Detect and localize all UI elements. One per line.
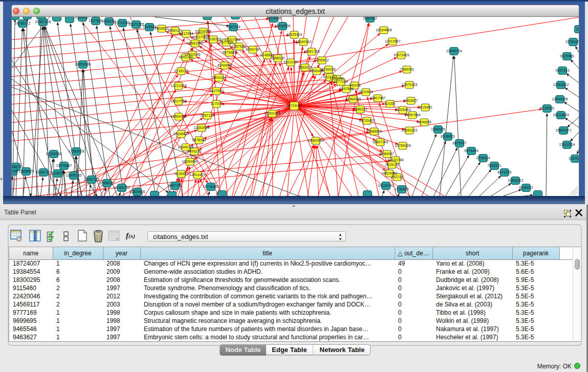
svg-text:252214: 252214 bbox=[391, 175, 403, 179]
svg-text:12342737: 12342737 bbox=[35, 170, 51, 174]
svg-text:9115460: 9115460 bbox=[419, 105, 432, 109]
svg-text:19166827: 19166827 bbox=[173, 132, 189, 136]
svg-text:9474444: 9474444 bbox=[464, 149, 478, 152]
svg-text:9084067: 9084067 bbox=[380, 152, 394, 156]
svg-text:17207546: 17207546 bbox=[224, 38, 240, 41]
svg-text:19218506: 19218506 bbox=[274, 24, 290, 28]
svg-text:19975887: 19975887 bbox=[56, 164, 72, 167]
svg-text:5878342: 5878342 bbox=[192, 138, 206, 142]
svg-text:12213967: 12213967 bbox=[384, 39, 400, 43]
svg-text:6497568: 6497568 bbox=[339, 87, 353, 91]
svg-text:8215955: 8215955 bbox=[540, 106, 554, 110]
svg-text:7625402: 7625402 bbox=[174, 172, 188, 176]
svg-text:9227343: 9227343 bbox=[555, 69, 569, 72]
svg-text:99155: 99155 bbox=[12, 169, 18, 173]
svg-text:53226058: 53226058 bbox=[195, 30, 211, 33]
svg-text:7632621: 7632621 bbox=[487, 164, 501, 167]
svg-text:1733426: 1733426 bbox=[395, 187, 408, 191]
svg-text:2367608: 2367608 bbox=[232, 45, 246, 48]
svg-text:8938923: 8938923 bbox=[441, 135, 454, 138]
svg-text:16543362: 16543362 bbox=[187, 41, 203, 45]
svg-text:10654112: 10654112 bbox=[508, 179, 524, 182]
svg-text:8912954: 8912954 bbox=[179, 32, 193, 35]
svg-text:28053346: 28053346 bbox=[75, 62, 91, 66]
svg-text:7485003: 7485003 bbox=[400, 68, 413, 71]
svg-text:19384554: 19384554 bbox=[308, 139, 323, 142]
svg-text:111: 111 bbox=[576, 27, 579, 31]
svg-text:7955812: 7955812 bbox=[315, 58, 329, 62]
svg-text:8471876: 8471876 bbox=[497, 170, 511, 174]
svg-text:2087682: 2087682 bbox=[363, 17, 377, 20]
svg-text:16154808: 16154808 bbox=[376, 28, 391, 32]
svg-text:17957225: 17957225 bbox=[83, 178, 99, 181]
svg-text:9457791: 9457791 bbox=[168, 184, 182, 187]
svg-text:15692971: 15692971 bbox=[555, 128, 571, 132]
svg-text:12353504: 12353504 bbox=[193, 126, 209, 129]
svg-text:16120746: 16120746 bbox=[387, 158, 403, 162]
svg-text:12444185: 12444185 bbox=[552, 97, 568, 101]
svg-text:114513: 114513 bbox=[52, 171, 64, 175]
svg-text:117004: 117004 bbox=[211, 102, 223, 105]
svg-text:16782759: 16782759 bbox=[114, 186, 129, 189]
svg-text:2803144: 2803144 bbox=[212, 76, 226, 79]
svg-text:15716485: 15716485 bbox=[203, 185, 219, 188]
svg-text:12213363: 12213363 bbox=[170, 84, 186, 87]
svg-text:14055712: 14055712 bbox=[14, 21, 30, 25]
svg-text:10653267: 10653267 bbox=[74, 17, 90, 19]
svg-text:12975115: 12975115 bbox=[402, 83, 418, 86]
svg-text:1615132: 1615132 bbox=[385, 163, 399, 166]
svg-text:12505135: 12505135 bbox=[66, 173, 81, 177]
svg-text:5675685: 5675685 bbox=[222, 51, 236, 54]
svg-text:17359928: 17359928 bbox=[68, 149, 84, 153]
svg-text:20206536: 20206536 bbox=[46, 152, 61, 156]
svg-text:2935114: 2935114 bbox=[476, 156, 490, 160]
svg-text:12823466: 12823466 bbox=[129, 190, 145, 193]
svg-text:5322037: 5322037 bbox=[284, 60, 297, 64]
svg-text:6879197: 6879197 bbox=[452, 141, 466, 145]
svg-text:18807249: 18807249 bbox=[372, 140, 388, 144]
svg-text:15751074: 15751074 bbox=[565, 40, 579, 43]
svg-text:8813054: 8813054 bbox=[267, 17, 280, 20]
svg-text:10688609: 10688609 bbox=[366, 129, 382, 133]
svg-text:62160: 62160 bbox=[385, 102, 395, 105]
svg-text:9891049: 9891049 bbox=[179, 55, 192, 59]
svg-text:10807487: 10807487 bbox=[369, 96, 385, 100]
svg-text:16033809: 16033809 bbox=[199, 17, 215, 17]
svg-text:9129966: 9129966 bbox=[560, 54, 574, 58]
svg-text:5493222: 5493222 bbox=[187, 149, 201, 153]
svg-text:18524851: 18524851 bbox=[381, 171, 397, 175]
svg-text:17010504: 17010504 bbox=[559, 143, 575, 146]
svg-text:16671355: 16671355 bbox=[128, 23, 144, 26]
svg-text:1167534: 1167534 bbox=[569, 157, 579, 160]
svg-text:18640910: 18640910 bbox=[295, 40, 311, 43]
svg-text:11325419: 11325419 bbox=[287, 33, 302, 36]
svg-text:9463627: 9463627 bbox=[404, 99, 418, 102]
svg-text:16107552: 16107552 bbox=[170, 99, 186, 103]
svg-text:3624554: 3624554 bbox=[359, 90, 373, 94]
svg-text:9245052: 9245052 bbox=[519, 186, 533, 189]
svg-text:2718179: 2718179 bbox=[174, 69, 188, 73]
svg-text:10756928: 10756928 bbox=[395, 144, 410, 147]
svg-text:10973493: 10973493 bbox=[393, 53, 409, 57]
svg-text:1362615: 1362615 bbox=[298, 65, 312, 69]
svg-text:10958127: 10958127 bbox=[99, 181, 115, 185]
svg-text:11568629: 11568629 bbox=[18, 169, 34, 173]
svg-text:7663822: 7663822 bbox=[155, 27, 168, 30]
svg-text:12093822: 12093822 bbox=[553, 83, 569, 86]
svg-text:1527602: 1527602 bbox=[89, 19, 102, 23]
svg-text:19654952: 19654952 bbox=[170, 115, 186, 118]
svg-text:7357224: 7357224 bbox=[226, 25, 240, 29]
svg-text:14914479: 14914479 bbox=[189, 173, 205, 177]
svg-text:15720407: 15720407 bbox=[359, 119, 375, 122]
svg-text:10046798: 10046798 bbox=[178, 145, 193, 149]
svg-text:7986322: 7986322 bbox=[353, 107, 367, 111]
svg-text:10648754: 10648754 bbox=[446, 49, 462, 53]
svg-text:16210643: 16210643 bbox=[553, 113, 569, 117]
svg-text:16961758: 16961758 bbox=[303, 50, 319, 53]
svg-text:8242848: 8242848 bbox=[217, 63, 231, 67]
svg-text:16099489: 16099489 bbox=[182, 160, 198, 163]
svg-text:14136141: 14136141 bbox=[378, 184, 394, 187]
svg-text:9777169: 9777169 bbox=[334, 80, 347, 83]
svg-text:6794028: 6794028 bbox=[321, 68, 335, 71]
svg-text:935001: 935001 bbox=[12, 165, 22, 168]
